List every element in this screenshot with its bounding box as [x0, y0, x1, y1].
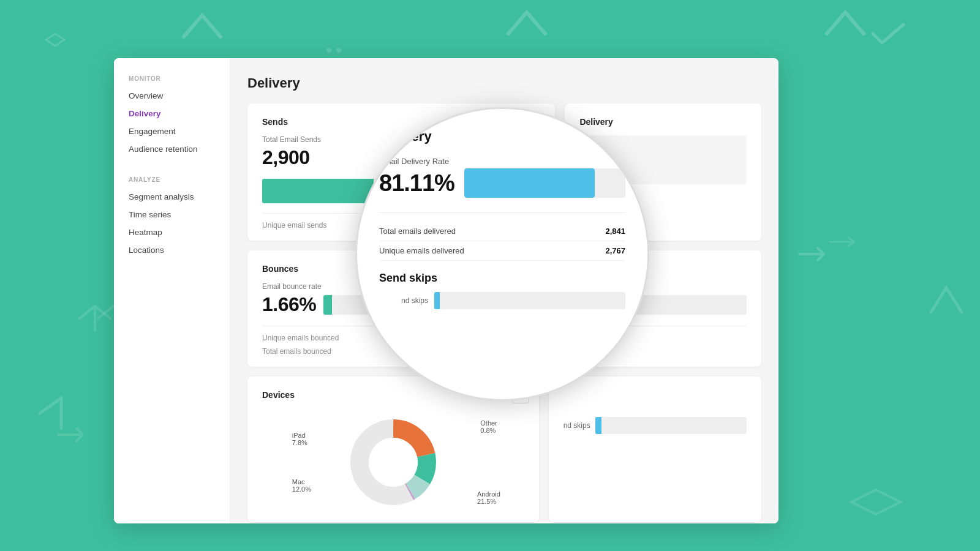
sidebar: MONITOR Overview Delivery Engagement Aud… — [114, 58, 230, 523]
zoom-skip-fill — [434, 292, 440, 309]
zoom-stat-total-delivered: Total emails delivered 2,841 — [379, 222, 625, 241]
svg-marker-0 — [46, 34, 64, 46]
zoom-stat-total-delivered-label: Total emails delivered — [379, 227, 456, 236]
send-skips-preview-card: nd skips — [549, 377, 761, 522]
zoom-rate-value: 81.11% — [379, 170, 454, 197]
donut-label-other: Other 0.8% — [480, 419, 497, 434]
delivery-preview-title: Delivery — [579, 117, 747, 127]
zoom-stat-total-delivered-value: 2,841 — [605, 227, 625, 236]
sidebar-item-time-series[interactable]: Time series — [114, 206, 230, 223]
donut-chart — [344, 413, 442, 511]
bounce-bar-fill — [323, 295, 332, 315]
donut-chart-wrap: Other 0.8% iPad 7.8% Mac 12.0% Android — [262, 408, 524, 511]
zoom-stat-unique-delivered-label: Unique emails delivered — [379, 246, 464, 255]
monitor-section-label: MONITOR — [114, 75, 230, 87]
zoom-skip-track — [434, 292, 625, 309]
zoom-skip-bar: nd skips — [379, 292, 625, 309]
zoom-stat-unique-delivered: Unique emails delivered 2,767 — [379, 241, 625, 261]
zoom-send-skips-title: Send skips — [379, 272, 625, 285]
zoom-bar-fill — [464, 168, 595, 198]
sidebar-item-segment-analysis[interactable]: Segment analysis — [114, 188, 230, 206]
donut-label-ipad: iPad 7.8% — [292, 432, 307, 446]
send-skips-preview-label: nd skips — [564, 421, 590, 430]
sidebar-item-heatmap[interactable]: Heatmap — [114, 223, 230, 241]
zoom-rate-label: Email Delivery Rate — [379, 157, 625, 166]
donut-label-mac: Mac 12.0% — [292, 478, 311, 493]
sidebar-item-locations[interactable]: Locations — [114, 241, 230, 259]
sidebar-item-audience-retention[interactable]: Audience retention — [114, 140, 230, 158]
bounces-metric-value: 1.66% — [262, 293, 316, 316]
svg-point-2 — [336, 48, 341, 53]
analyze-section-label: ANALYZE — [114, 176, 230, 188]
svg-point-14 — [369, 438, 418, 487]
page-title: Delivery — [247, 75, 761, 91]
sidebar-item-engagement[interactable]: Engagement — [114, 122, 230, 140]
sidebar-item-delivery[interactable]: Delivery — [114, 105, 230, 122]
sidebar-item-overview[interactable]: Overview — [114, 87, 230, 105]
zoom-bar-track — [464, 168, 625, 198]
donut-label-android: Android 21.5% — [477, 490, 500, 505]
zoom-skip-label: nd skips — [379, 296, 428, 305]
svg-point-1 — [326, 48, 331, 53]
zoom-stat-unique-delivered-value: 2,767 — [605, 246, 625, 255]
zoom-overlay: Delivery Email Delivery Rate 81.11% Tota… — [355, 107, 649, 401]
